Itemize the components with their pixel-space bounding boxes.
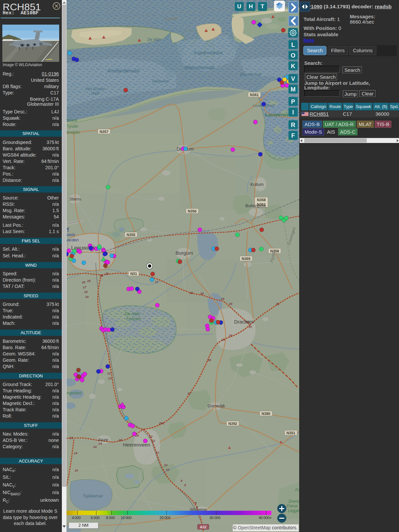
svg-text:Amelanderwad: Amelanderwad [107, 68, 140, 73]
svg-text:Joure: Joure [97, 437, 108, 442]
svg-text:Fryslân: Fryslân [66, 124, 78, 129]
svg-text:28: 28 [207, 358, 211, 362]
svg-text:Feanen: Feanen [126, 316, 141, 321]
svg-text:26: 26 [105, 272, 109, 275]
svg-text:ergebied: ergebied [66, 391, 81, 395]
svg-text:12: 12 [152, 439, 155, 443]
svg-text:De Alde: De Alde [125, 311, 140, 316]
svg-text:Noard-: Noard- [66, 118, 78, 123]
svg-text:Burgum: Burgum [176, 250, 193, 256]
svg-text:8: 8 [195, 501, 197, 505]
svg-text:basis: basis [66, 232, 75, 237]
svg-text:Friese Wo: Friese Wo [287, 504, 299, 508]
svg-text:10: 10 [164, 463, 168, 467]
svg-text:Heideveld: Heideveld [152, 79, 169, 83]
svg-text:Kollum: Kollum [250, 182, 264, 187]
svg-text:N355: N355 [127, 233, 135, 237]
svg-text:9: 9 [184, 483, 186, 487]
svg-text:warden: warden [66, 237, 79, 242]
svg-text:Stiens: Stiens [69, 197, 81, 201]
svg-text:13: 13 [107, 371, 111, 375]
svg-text:N392: N392 [228, 422, 237, 426]
svg-text:23: 23 [69, 436, 73, 440]
svg-text:17: 17 [83, 285, 86, 289]
svg-text:29: 29 [221, 338, 225, 341]
svg-text:Buitenpost: Buitenpost [245, 203, 266, 208]
svg-text:Gorredijk: Gorredijk [207, 403, 225, 408]
svg-text:N358: N358 [257, 198, 266, 202]
svg-text:Leggelder: Leggelder [288, 508, 299, 513]
svg-text:28: 28 [189, 291, 193, 295]
svg-text:27: 27 [187, 391, 191, 395]
svg-text:Drachten: Drachten [234, 319, 254, 325]
svg-text:ûtendyks: ûtendyks [66, 130, 80, 135]
svg-text:N351: N351 [287, 431, 295, 435]
svg-text:Tsjûkemar: Tsjûkemar [82, 493, 103, 498]
svg-text:24: 24 [93, 445, 97, 449]
svg-text:26: 26 [99, 274, 103, 277]
svg-text:13: 13 [108, 376, 112, 380]
svg-text:19: 19 [74, 468, 78, 472]
svg-text:11: 11 [156, 451, 159, 454]
svg-text:12: 12 [149, 435, 153, 438]
svg-text:29: 29 [228, 333, 232, 337]
svg-text:29: 29 [220, 297, 224, 301]
svg-text:plaat: plaat [91, 91, 100, 95]
svg-text:10: 10 [166, 468, 170, 471]
svg-text:N356: N356 [188, 209, 197, 213]
svg-text:N357: N357 [100, 130, 108, 134]
svg-text:Eilanderbult: Eilanderbult [240, 72, 261, 77]
svg-text:Piet Scheve-: Piet Scheve- [85, 87, 106, 91]
svg-text:16: 16 [85, 295, 89, 299]
svg-text:N380: N380 [262, 412, 270, 416]
svg-text:25: 25 [81, 280, 85, 284]
svg-text:Engelsmanplaat: Engelsmanplaat [194, 51, 223, 55]
svg-text:25: 25 [87, 279, 91, 283]
svg-text:A32: A32 [200, 525, 206, 529]
svg-text:28: 28 [200, 292, 204, 295]
svg-text:25: 25 [118, 438, 122, 442]
svg-text:26a: 26a [159, 421, 164, 425]
svg-text:N369: N369 [242, 257, 250, 261]
svg-text:Wierumerwad: Wierumerwad [185, 65, 214, 70]
svg-text:De Hôn: De Hôn [147, 37, 161, 42]
svg-text:19: 19 [74, 451, 77, 455]
svg-text:N361: N361 [250, 93, 259, 97]
svg-text:29: 29 [228, 302, 232, 306]
svg-text:N31: N31 [130, 272, 137, 276]
svg-text:31: 31 [276, 302, 280, 306]
svg-text:27: 27 [155, 280, 159, 284]
svg-text:Drents-: Drents- [289, 499, 299, 504]
svg-text:16: 16 [84, 290, 88, 294]
svg-text:30: 30 [248, 325, 252, 329]
svg-text:9: 9 [181, 479, 183, 482]
svg-text:Fri: Fri [295, 488, 299, 492]
svg-text:Lauwersm: Lauwersm [265, 112, 290, 117]
